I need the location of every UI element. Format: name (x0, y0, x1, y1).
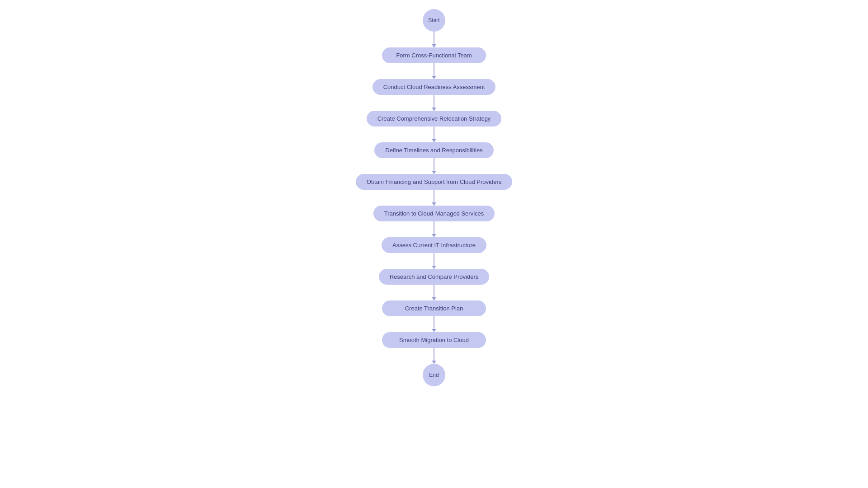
connector-6 (434, 190, 434, 206)
start-label: Start (428, 17, 439, 23)
connector-8 (434, 253, 434, 269)
create-comprehensive-relocation-strategy-node: Create Comprehensive Relocation Strategy (367, 111, 502, 127)
transition-to-cloud-managed-services-node: Transition to Cloud-Managed Services (373, 206, 495, 221)
create-comprehensive-relocation-strategy-label: Create Comprehensive Relocation Strategy (377, 115, 491, 122)
connector-7 (434, 221, 434, 237)
flowchart: Start Form Cross-Functional Team Conduct… (0, 0, 868, 395)
assess-current-it-infrastructure-label: Assess Current IT Infrastructure (392, 242, 476, 249)
create-transition-plan-label: Create Transition Plan (405, 305, 463, 312)
transition-to-cloud-managed-services-label: Transition to Cloud-Managed Services (384, 210, 484, 217)
connector-11 (434, 348, 434, 364)
connector-3 (434, 95, 434, 111)
smooth-migration-to-cloud-label: Smooth Migration to Cloud (399, 337, 469, 343)
connector-5 (434, 158, 434, 174)
obtain-financing-and-support-node: Obtain Financing and Support from Cloud … (356, 174, 512, 190)
assess-current-it-infrastructure-node: Assess Current IT Infrastructure (382, 237, 486, 253)
end-node: End (423, 364, 445, 386)
research-and-compare-providers-label: Research and Compare Providers (390, 273, 479, 280)
obtain-financing-and-support-label: Obtain Financing and Support from Cloud … (367, 178, 501, 185)
form-cross-functional-team-label: Form Cross-Functional Team (396, 52, 472, 59)
form-cross-functional-team-node: Form Cross-Functional Team (382, 47, 486, 63)
conduct-cloud-readiness-assessment-node: Conduct Cloud Readiness Assessment (373, 79, 496, 95)
create-transition-plan-node: Create Transition Plan (382, 300, 486, 316)
start-node: Start (423, 9, 445, 32)
end-label: End (429, 372, 439, 378)
research-and-compare-providers-node: Research and Compare Providers (379, 269, 490, 285)
connector-4 (434, 127, 434, 142)
connector-10 (434, 316, 434, 332)
conduct-cloud-readiness-assessment-label: Conduct Cloud Readiness Assessment (383, 84, 485, 90)
define-timelines-and-responsibilities-node: Define Timelines and Responsibilities (374, 142, 493, 158)
connector-1 (434, 32, 434, 47)
connector-2 (434, 63, 434, 79)
define-timelines-and-responsibilities-label: Define Timelines and Responsibilities (385, 147, 482, 154)
connector-9 (434, 285, 434, 300)
smooth-migration-to-cloud-node: Smooth Migration to Cloud (382, 332, 486, 348)
